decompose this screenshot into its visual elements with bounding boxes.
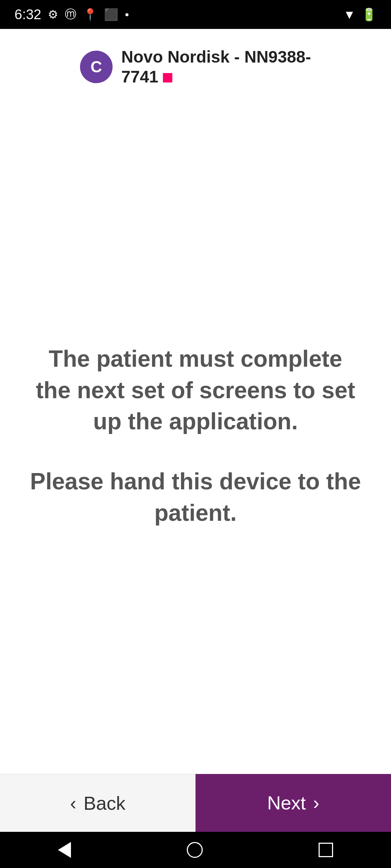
home-nav-icon[interactable] — [187, 842, 203, 858]
motorola-icon: ⓜ — [65, 7, 76, 22]
main-content: The patient must complete the next set o… — [0, 98, 391, 774]
android-nav-bar — [0, 832, 391, 868]
header-title: Novo Nordisk - NN9388- 7741 — [121, 47, 311, 87]
back-chevron-icon: ‹ — [70, 792, 76, 814]
title-line2: 7741 — [121, 67, 158, 86]
wifi-icon: ▼ — [343, 8, 356, 22]
avatar-letter: C — [91, 58, 102, 76]
dot-icon: • — [125, 8, 129, 21]
header-inner: C Novo Nordisk - NN9388- 7741 — [80, 47, 311, 87]
back-button-label: Back — [84, 792, 126, 814]
recents-nav-icon[interactable] — [319, 843, 333, 857]
status-time: 6:32 — [14, 7, 41, 22]
title-line1: Novo Nordisk - NN9388- — [121, 47, 311, 66]
bottom-nav: ‹ Back Next › — [0, 774, 391, 832]
next-chevron-icon: › — [313, 792, 319, 814]
screenshot-icon: ⬛ — [104, 8, 118, 21]
battery-icon: 🔋 — [361, 7, 377, 22]
status-bar: 6:32 ⚙ ⓜ 📍 ⬛ • ▼ 🔋 — [0, 0, 391, 29]
next-button-label: Next — [267, 792, 306, 814]
header-title-text: Novo Nordisk - NN9388- 7741 — [121, 47, 311, 87]
location-icon: 📍 — [83, 8, 97, 21]
app-header: C Novo Nordisk - NN9388- 7741 — [0, 29, 391, 98]
app-avatar: C — [80, 51, 113, 83]
hand-device-text: Please hand this device to the patient. — [29, 466, 362, 528]
back-button[interactable]: ‹ Back — [0, 774, 196, 832]
status-bar-right: ▼ 🔋 — [343, 7, 377, 22]
header-title-block: Novo Nordisk - NN9388- 7741 — [121, 47, 311, 87]
red-square-indicator — [163, 73, 172, 82]
settings-icon: ⚙ — [48, 8, 58, 21]
status-bar-left: 6:32 ⚙ ⓜ 📍 ⬛ • — [14, 7, 129, 22]
instruction-text: The patient must complete the next set o… — [29, 343, 362, 437]
next-button[interactable]: Next › — [196, 774, 391, 832]
back-nav-icon[interactable] — [58, 842, 71, 858]
